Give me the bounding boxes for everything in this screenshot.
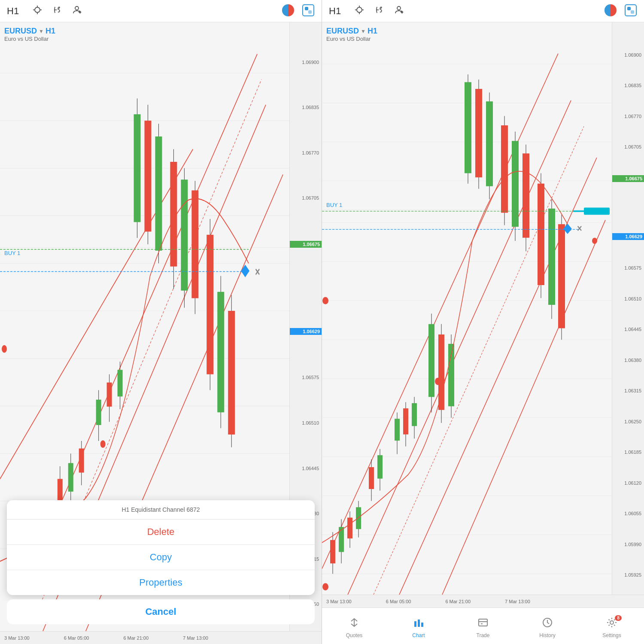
- person-icon-left[interactable]: [72, 5, 82, 17]
- left-timeframe[interactable]: H1: [7, 6, 19, 17]
- price-tick: 1.06705: [290, 195, 322, 200]
- trade-icon: [477, 617, 489, 631]
- copy-button[interactable]: Copy: [7, 545, 315, 570]
- price-tick-r: 1.06770: [612, 114, 644, 119]
- price-tick-r: 1.06835: [612, 83, 644, 88]
- price-tick: 1.06575: [290, 375, 322, 380]
- settings-icon: 8: [606, 617, 617, 631]
- svg-point-167: [610, 621, 614, 624]
- square-icon-right[interactable]: [624, 4, 637, 18]
- tab-chart-label: Chart: [412, 632, 425, 638]
- tab-trade-label: Trade: [477, 632, 490, 638]
- price-tick: 1.06835: [290, 105, 322, 110]
- time-label: 6 Mar 05:00: [64, 635, 89, 641]
- delete-button[interactable]: Delete: [7, 519, 315, 545]
- svg-rect-45: [96, 400, 101, 425]
- left-symbol-arrow: ▼: [39, 28, 44, 34]
- price-tick-r: 1.05990: [612, 542, 644, 547]
- svg-rect-59: [181, 179, 188, 290]
- svg-rect-57: [170, 162, 177, 267]
- price-tick-r: 1.06510: [612, 296, 644, 301]
- svg-point-5: [75, 6, 79, 10]
- svg-rect-144: [538, 184, 544, 285]
- red-blue-circle-left[interactable]: [281, 3, 295, 19]
- svg-rect-132: [465, 82, 471, 173]
- tab-chart[interactable]: Chart: [386, 614, 451, 638]
- tab-settings[interactable]: 8 Settings: [580, 614, 644, 638]
- properties-button[interactable]: Properties: [7, 570, 315, 595]
- function-icon-right[interactable]: [374, 5, 384, 17]
- left-panel: H1: [0, 0, 322, 644]
- svg-rect-162: [421, 623, 423, 627]
- order-price-left: 1.06629: [290, 328, 322, 335]
- price-tick-r: 1.06445: [612, 327, 644, 332]
- left-toolbar: H1: [0, 0, 322, 22]
- svg-rect-108: [330, 540, 335, 564]
- quotes-icon: [349, 617, 360, 631]
- left-symbol-info: EURUSD ▼ H1 Euro vs US Dollar: [4, 27, 55, 42]
- left-symbol: EURUSD: [4, 27, 37, 36]
- svg-rect-84: [627, 7, 631, 10]
- left-toolbar-right: [281, 3, 315, 19]
- time-label: 7 Mar 13:00: [183, 635, 208, 641]
- function-icon-left[interactable]: [52, 5, 62, 17]
- current-price-right: 1.06675: [612, 175, 644, 182]
- right-toolbar: H1: [322, 0, 644, 22]
- current-price-left: 1.06675: [290, 241, 322, 248]
- red-blue-circle-right[interactable]: [604, 3, 617, 19]
- svg-rect-43: [79, 449, 84, 473]
- price-tick-r: 1.06575: [612, 265, 644, 270]
- svg-rect-136: [486, 101, 493, 186]
- cancel-button[interactable]: Cancel: [7, 599, 315, 624]
- order-price-right: 1.06629: [612, 233, 644, 240]
- right-time-axis: 3 Mar 13:00 6 Mar 05:00 6 Mar 21:00 7 Ma…: [322, 595, 644, 608]
- svg-rect-49: [118, 370, 123, 396]
- svg-point-0: [35, 7, 40, 12]
- action-sheet: H1 Equidistant Channel 6872 Delete Copy …: [7, 500, 315, 595]
- price-tick-r: 1.06380: [612, 358, 644, 363]
- svg-rect-63: [207, 235, 213, 374]
- time-label: 3 Mar 13:00: [4, 635, 30, 641]
- left-timeframe-chart: H1: [46, 27, 55, 36]
- svg-text:×: ×: [255, 264, 260, 279]
- svg-rect-140: [512, 141, 519, 227]
- crosshair-icon-left[interactable]: [33, 5, 42, 17]
- right-toolbar-right: [604, 3, 637, 19]
- right-timeframe-chart: H1: [368, 27, 377, 36]
- person-icon-right[interactable]: [394, 5, 404, 17]
- svg-rect-124: [412, 403, 417, 426]
- svg-point-79: [397, 6, 401, 10]
- tab-quotes-label: Quotes: [346, 632, 363, 638]
- tab-quotes[interactable]: Quotes: [322, 614, 386, 638]
- price-tick: 1.06900: [290, 60, 322, 65]
- svg-rect-126: [428, 324, 434, 397]
- tab-trade[interactable]: Trade: [451, 614, 515, 638]
- right-symbol-info: EURUSD ▼ H1 Euro vs US Dollar: [326, 27, 377, 42]
- right-symbol: EURUSD: [326, 27, 359, 36]
- svg-rect-41: [68, 463, 73, 492]
- svg-rect-61: [191, 190, 198, 298]
- svg-rect-65: [217, 292, 224, 413]
- right-chart-area[interactable]: EURUSD ▼ H1 Euro vs US Dollar: [322, 22, 644, 595]
- right-symbol-arrow: ▼: [361, 28, 366, 34]
- time-label-r: 3 Mar 13:00: [326, 599, 352, 604]
- svg-rect-158: [584, 207, 610, 215]
- tab-history[interactable]: History: [515, 614, 580, 638]
- time-label: 6 Mar 21:00: [123, 635, 149, 641]
- svg-rect-114: [356, 507, 361, 529]
- price-tick: 1.06445: [290, 466, 322, 471]
- action-sheet-title: H1 Equidistant Channel 6872: [7, 500, 315, 519]
- svg-rect-138: [501, 125, 508, 213]
- right-timeframe[interactable]: H1: [329, 6, 341, 17]
- left-symbol-desc: Euro vs US Dollar: [4, 36, 55, 42]
- svg-rect-120: [395, 419, 400, 440]
- price-tick-r: 1.06055: [612, 511, 644, 516]
- crosshair-icon-right[interactable]: [355, 5, 364, 17]
- square-icon-left[interactable]: [302, 4, 315, 18]
- svg-rect-47: [107, 383, 112, 407]
- svg-point-152: [435, 378, 441, 385]
- svg-rect-146: [548, 209, 555, 305]
- right-price-axis: 1.06900 1.06835 1.06770 1.06705 1.06675 …: [612, 22, 644, 595]
- svg-rect-83: [625, 5, 636, 16]
- svg-rect-53: [145, 121, 152, 231]
